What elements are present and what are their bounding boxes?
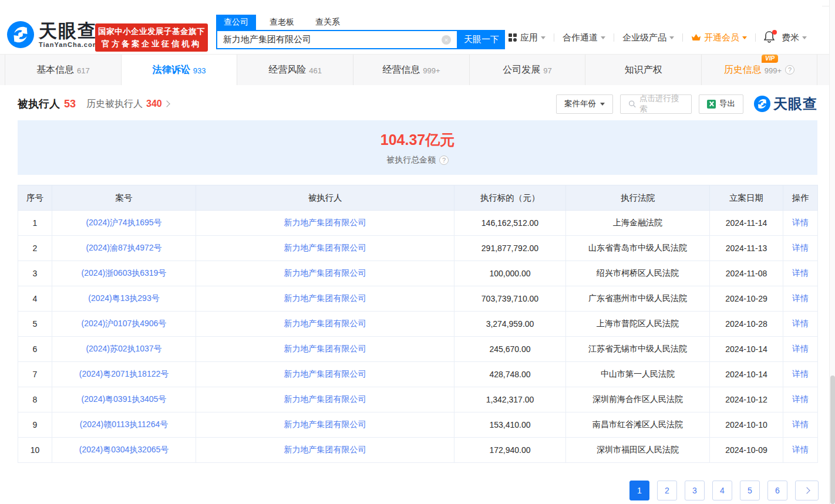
search-input-value: 新力地产集团有限公司: [223, 34, 442, 45]
scrollbar-thumb[interactable]: [830, 376, 835, 504]
court-name: 上海金融法院: [613, 218, 662, 227]
nav-apps[interactable]: 应用: [509, 32, 546, 43]
case-number-link[interactable]: (2024)粤0391执3405号: [82, 394, 167, 404]
company-tab-strip: 基本信息 617 法律诉讼 933 经营风险 461 经营信息 999+ 公司发…: [0, 54, 835, 85]
tab-historical-info[interactable]: VIP 历史信息 999+ ?: [701, 55, 817, 85]
export-label: 导出: [719, 99, 735, 109]
detail-link[interactable]: 详情: [792, 369, 809, 378]
chevron-down-icon: [802, 36, 807, 39]
divider: [554, 33, 554, 42]
filing-date: 2024-10-12: [725, 395, 767, 404]
case-number-link[interactable]: (2024)苏02执1037号: [86, 344, 161, 353]
defendant-link[interactable]: 新力地产集团有限公司: [284, 243, 366, 252]
detail-link[interactable]: 详情: [792, 268, 809, 278]
tianyancha-logo[interactable]: 天眼查 TianYanCha.com: [7, 21, 99, 48]
case-number-link[interactable]: (2024)粤13执293号: [88, 293, 159, 303]
defendant-link[interactable]: 新力地产集团有限公司: [284, 293, 366, 303]
page-button-3[interactable]: 3: [685, 481, 705, 500]
chevron-down-icon: [742, 36, 747, 39]
search-tab-relations[interactable]: 查关系: [308, 15, 348, 30]
nav-vip-upgrade[interactable]: 开通会员: [691, 32, 747, 43]
chevron-right-icon[interactable]: [163, 100, 170, 107]
detail-link[interactable]: 详情: [792, 218, 809, 227]
detail-link[interactable]: 详情: [792, 319, 809, 328]
next-page-button[interactable]: [795, 481, 819, 500]
table-search-input[interactable]: 点击进行搜索: [620, 94, 692, 114]
tab-operational-risk[interactable]: 经营风险 461: [237, 55, 353, 85]
court-name: 上海市普陀区人民法院: [597, 319, 679, 328]
clear-icon[interactable]: ×: [442, 35, 451, 45]
page-button-4[interactable]: 4: [712, 481, 732, 500]
defendant-link[interactable]: 新力地产集团有限公司: [284, 394, 366, 404]
page-button-5[interactable]: 5: [740, 481, 760, 500]
detail-link[interactable]: 详情: [792, 293, 809, 303]
table-search-placeholder: 点击进行搜索: [639, 93, 684, 114]
tab-label: 知识产权: [625, 64, 662, 76]
execution-amount: 153,410.00: [489, 420, 530, 429]
court-name: 深圳市福田区人民法院: [597, 445, 679, 454]
detail-link[interactable]: 详情: [792, 243, 809, 252]
divider: [614, 33, 614, 42]
case-number-link[interactable]: (2024)粤2071执18122号: [79, 369, 169, 378]
logo-subtitle: TianYanCha.com: [39, 41, 99, 48]
defendant-link[interactable]: 新力地产集团有限公司: [284, 344, 366, 353]
col-defendant: 被执行人: [196, 185, 454, 211]
nav-cooperation[interactable]: 合作通道: [563, 32, 605, 43]
case-number-link[interactable]: (2024)沪0107执4906号: [82, 319, 167, 328]
case-number-link[interactable]: (2024)渝87执4972号: [86, 243, 161, 252]
page-button-6[interactable]: 6: [767, 481, 787, 500]
detail-link[interactable]: 详情: [792, 445, 809, 454]
scrollbar[interactable]: [829, 0, 835, 504]
history-executed-link[interactable]: 历史被执行人: [86, 98, 143, 110]
tab-label: 基本信息: [36, 64, 74, 76]
help-icon[interactable]: ?: [785, 65, 794, 75]
detail-link[interactable]: 详情: [792, 394, 809, 404]
detail-link[interactable]: 详情: [792, 420, 809, 429]
notification-bell[interactable]: [764, 31, 776, 44]
row-index: 6: [33, 344, 38, 354]
defendant-link[interactable]: 新力地产集团有限公司: [284, 369, 366, 378]
table-row: 9 (2024)赣0113执11264号 新力地产集团有限公司 153,410.…: [18, 412, 818, 438]
tab-company-development[interactable]: 公司发展 97: [469, 55, 585, 85]
page-button-2[interactable]: 2: [657, 481, 677, 500]
search-button[interactable]: 天眼一下: [458, 30, 505, 49]
tab-intellectual-property[interactable]: 知识产权: [585, 55, 701, 85]
case-number-link[interactable]: (2024)沪74执1695号: [86, 218, 161, 227]
gov-badge-line2: 官方备案企业征信机构: [102, 39, 201, 49]
table-row: 2 (2024)渝87执4972号 新力地产集团有限公司 291,877,792…: [18, 236, 818, 261]
tab-legal-proceedings[interactable]: 法律诉讼 933: [121, 55, 237, 85]
table-row: 7 (2024)粤2071执18122号 新力地产集团有限公司 428,748.…: [18, 362, 818, 387]
execution-amount: 428,748.00: [489, 370, 530, 379]
row-index: 9: [33, 420, 38, 429]
defendant-link[interactable]: 新力地产集团有限公司: [284, 268, 366, 278]
search-tab-boss[interactable]: 查老板: [262, 15, 302, 30]
case-number-link[interactable]: (2024)浙0603执6319号: [82, 268, 167, 278]
help-icon[interactable]: ?: [439, 155, 449, 165]
case-number-link[interactable]: (2024)赣0113执11264号: [80, 420, 168, 429]
case-year-filter[interactable]: 案件年份: [556, 94, 613, 114]
defendant-link[interactable]: 新力地产集团有限公司: [284, 319, 366, 328]
nav-user[interactable]: 费米: [782, 32, 807, 43]
col-action: 操作: [783, 185, 818, 211]
chevron-down-icon: [541, 36, 546, 39]
defendant-link[interactable]: 新力地产集团有限公司: [284, 420, 366, 429]
search-icon: [628, 100, 636, 108]
nav-enterprise-products[interactable]: 企业级产品: [622, 32, 674, 43]
case-number-link[interactable]: (2024)粤0304执32065号: [79, 445, 169, 454]
export-button[interactable]: 导出: [699, 94, 743, 114]
tab-count: 617: [77, 66, 90, 75]
tab-label: 历史信息: [724, 64, 762, 76]
defendant-link[interactable]: 新力地产集团有限公司: [284, 445, 366, 454]
row-index: 5: [33, 319, 38, 329]
defendant-link[interactable]: 新力地产集团有限公司: [284, 218, 366, 227]
page-button-1[interactable]: 1: [629, 481, 649, 500]
tianyancha-watermark: 天眼查: [754, 94, 817, 113]
detail-link[interactable]: 详情: [792, 344, 809, 353]
filing-date: 2024-11-08: [726, 269, 767, 278]
executions-table: 序号 案号 被执行人 执行标的（元） 执行法院 立案日期 操作 1 (2024)…: [18, 185, 817, 463]
row-index: 8: [33, 395, 38, 404]
search-input[interactable]: 新力地产集团有限公司 ×: [216, 30, 458, 49]
search-tab-company[interactable]: 查公司: [216, 15, 256, 30]
tab-business-info[interactable]: 经营信息 999+: [353, 55, 469, 85]
tab-basic-info[interactable]: 基本信息 617: [5, 55, 121, 85]
